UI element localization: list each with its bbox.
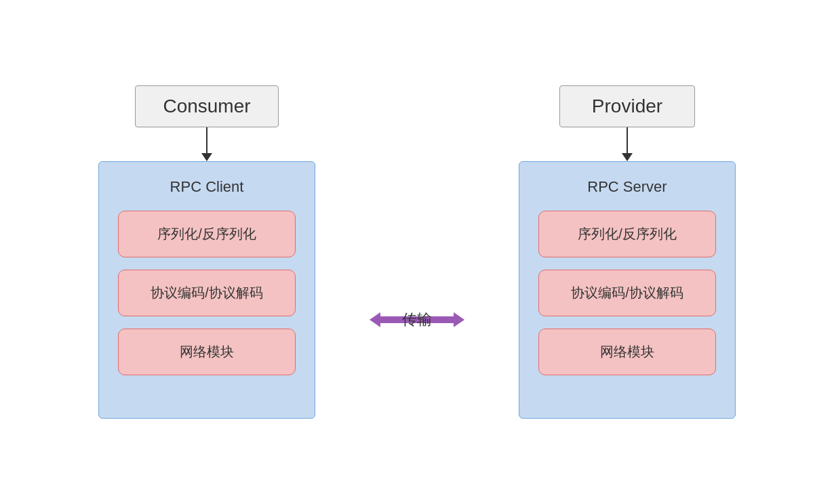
rpc-client-item-3: 网络模块	[118, 329, 296, 375]
provider-box: Provider	[559, 85, 695, 127]
rpc-server-item-3: 网络模块	[538, 329, 716, 375]
rpc-server-item-1: 序列化/反序列化	[538, 211, 716, 257]
transfer-label: 传输	[402, 310, 432, 330]
transfer-section: 传输	[356, 303, 478, 337]
rpc-client-title: RPC Client	[170, 178, 244, 196]
provider-arrow-down	[622, 127, 633, 161]
rpc-server-item-2: 协议编码/协议解码	[538, 270, 716, 316]
consumer-label: Consumer	[163, 96, 250, 117]
rpc-server-box: RPC Server 序列化/反序列化 协议编码/协议解码 网络模块	[519, 161, 736, 419]
diagram-container: Consumer RPC Client 序列化/反序列化 协议编码/协议解码 网…	[0, 0, 834, 504]
transfer-arrow: 传输	[356, 303, 478, 337]
rpc-client-box: RPC Client 序列化/反序列化 协议编码/协议解码 网络模块	[98, 161, 315, 419]
rpc-client-item-1: 序列化/反序列化	[118, 211, 296, 257]
consumer-arrow-down	[201, 127, 212, 161]
rpc-server-title: RPC Server	[587, 178, 667, 196]
rpc-client-item-2: 协议编码/协议解码	[118, 270, 296, 316]
consumer-side: Consumer RPC Client 序列化/反序列化 协议编码/协议解码 网…	[98, 85, 315, 419]
provider-label: Provider	[592, 96, 662, 117]
consumer-box: Consumer	[135, 85, 278, 127]
provider-side: Provider RPC Server 序列化/反序列化 协议编码/协议解码 网…	[519, 85, 736, 419]
